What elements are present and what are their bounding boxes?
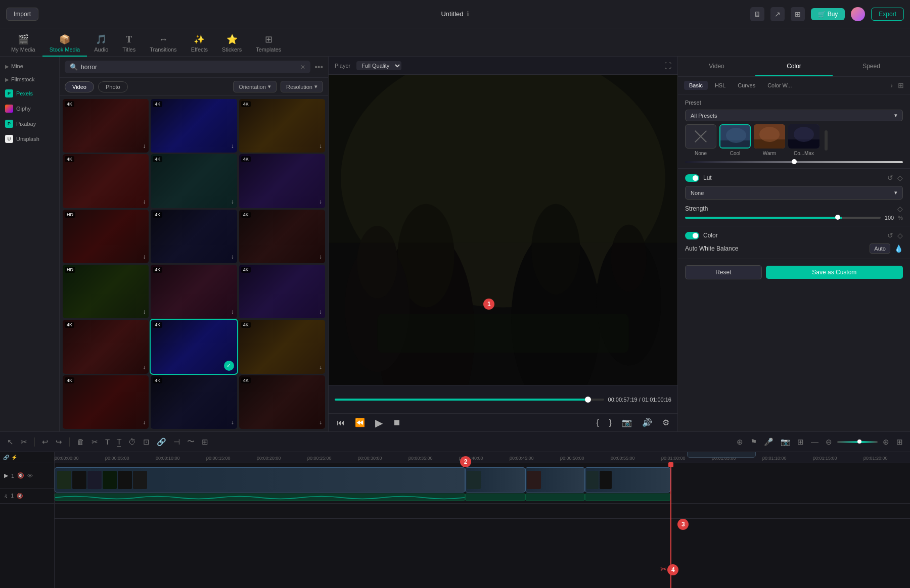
zoom-in-icon[interactable]: ⊕ — [881, 436, 891, 448]
more-tools-icon[interactable]: ⊞ — [200, 436, 210, 448]
play-button[interactable]: ▶ — [373, 415, 385, 431]
monitor-icon[interactable]: 🖥 — [750, 7, 764, 21]
media-thumb-13[interactable]: 4K✓ — [151, 320, 237, 373]
quality-select[interactable]: Full Quality Half Quality — [356, 61, 401, 70]
media-thumb-0[interactable]: 4K↓ — [63, 99, 149, 153]
filter-photo[interactable]: Photo — [98, 81, 128, 92]
track-1-hide[interactable]: 👁 — [27, 473, 33, 479]
progress-bar[interactable] — [335, 399, 604, 401]
layout-icon[interactable]: ⊞ — [894, 436, 905, 448]
media-thumb-2[interactable]: 4K↓ — [239, 99, 325, 153]
avatar[interactable] — [851, 7, 865, 21]
tab-templates[interactable]: ⊞ Templates — [249, 31, 288, 57]
video-clip-1[interactable] — [55, 467, 465, 493]
orientation-dropdown[interactable]: Orientation ▾ — [233, 81, 277, 92]
all-presets-dropdown[interactable]: All Presets ▾ — [685, 110, 903, 121]
media-thumb-10[interactable]: 4K↓ — [151, 265, 237, 318]
zoom-out-icon[interactable]: ⊖ — [824, 436, 834, 448]
tab-speed[interactable]: Speed — [833, 57, 910, 76]
mark-out-button[interactable]: } — [607, 416, 614, 429]
select-tool[interactable]: ↖ — [5, 436, 16, 448]
media-thumb-14[interactable]: 4K↓ — [239, 320, 325, 373]
split-icon[interactable]: ⊣ — [171, 436, 182, 448]
media-thumb-8[interactable]: 4K↓ — [239, 210, 325, 263]
strength-slider[interactable] — [685, 217, 881, 219]
strength-slider-thumb[interactable] — [835, 215, 840, 220]
subtab-hsl[interactable]: HSL — [710, 81, 731, 90]
remove-icon[interactable]: — — [809, 436, 821, 448]
cut-icon[interactable]: ✂ — [89, 436, 100, 448]
tab-transitions[interactable]: ↔ Transitions — [143, 31, 184, 57]
tab-stickers[interactable]: ⭐ Stickers — [215, 31, 249, 57]
clock-icon[interactable]: ⏱ — [126, 436, 138, 448]
preset-warm[interactable]: Warm — [754, 124, 785, 156]
media-thumb-5[interactable]: 4K↓ — [239, 154, 325, 208]
subtab-grid-icon[interactable]: ⊞ — [898, 81, 904, 89]
preset-comax[interactable]: Co...Max — [788, 124, 820, 156]
delete-icon[interactable]: 🗑 — [75, 436, 86, 448]
sidebar-item-mine[interactable]: ▶ Mine — [0, 61, 59, 72]
lut-reset-icon[interactable]: ↺ — [887, 174, 893, 182]
media-thumb-6[interactable]: HD↓ — [63, 210, 149, 263]
video-clip-3[interactable] — [525, 467, 585, 493]
lut-diamond-icon[interactable]: ◇ — [897, 174, 903, 182]
media-thumb-15[interactable]: 4K↓ — [63, 375, 149, 429]
text2-icon[interactable]: T̲ — [115, 436, 123, 448]
lut-dropdown[interactable]: None ▾ — [685, 186, 903, 200]
skip-back-button[interactable]: ⏮ — [335, 416, 347, 429]
track-audio-mute[interactable]: 🔇 — [17, 493, 23, 499]
media-thumb-17[interactable]: 4K↓ — [239, 375, 325, 429]
video-clip-2[interactable] — [465, 467, 525, 493]
tab-video[interactable]: Video — [678, 57, 755, 76]
marker-icon[interactable]: ⚑ — [748, 436, 759, 448]
export-button[interactable]: Export — [871, 8, 904, 21]
fullscreen-icon[interactable]: ⛶ — [664, 62, 671, 70]
tab-stock-media[interactable]: 📦 Stock Media — [42, 31, 87, 57]
tab-color[interactable]: Color — [755, 57, 833, 76]
share-icon[interactable]: ↗ — [770, 7, 785, 21]
audio-wave-icon[interactable]: 〜 — [185, 435, 197, 448]
progress-thumb[interactable] — [585, 397, 591, 403]
media-thumb-7[interactable]: 4K↓ — [151, 210, 237, 263]
preset-cool[interactable]: Cool — [719, 124, 751, 156]
tab-my-media[interactable]: 🎬 My Media — [4, 31, 42, 57]
color-diamond-icon[interactable]: ◇ — [897, 231, 903, 239]
cam-icon[interactable]: 📷 — [779, 436, 792, 448]
razor-tool[interactable]: ✂ — [19, 436, 29, 448]
search-input-wrap[interactable]: 🔍 ✕ — [65, 61, 310, 73]
add-track-icon[interactable]: ⊞ — [795, 436, 806, 448]
sidebar-item-giphy[interactable]: Giphy — [0, 102, 59, 115]
filter-video[interactable]: Video — [65, 81, 94, 92]
crop-icon[interactable]: ⊡ — [141, 436, 152, 448]
redo-icon[interactable]: ↪ — [54, 436, 64, 448]
preset-slider[interactable] — [685, 161, 903, 163]
magnet-icon[interactable]: ⚡ — [11, 455, 17, 460]
search-input[interactable] — [81, 64, 297, 71]
sidebar-item-filmstock[interactable]: ▶ Filmstock — [0, 74, 59, 85]
stop-button[interactable]: ⏹ — [391, 416, 403, 429]
media-thumb-9[interactable]: HD↓ — [63, 265, 149, 318]
subtab-basic[interactable]: Basic — [684, 81, 708, 90]
sidebar-item-pexels[interactable]: P Pexels — [0, 87, 59, 100]
media-thumb-3[interactable]: 4K↓ — [63, 154, 149, 208]
subtab-arrow-right[interactable]: › — [890, 81, 893, 89]
preset-none[interactable]: None — [685, 124, 716, 156]
settings-icon[interactable]: ⚙ — [660, 416, 671, 429]
sidebar-item-pixabay[interactable]: P Pixabay — [0, 117, 59, 130]
zoom-slider-thumb[interactable] — [857, 439, 861, 444]
snapshot-icon[interactable]: 📷 — [620, 416, 634, 429]
clear-icon[interactable]: ✕ — [300, 64, 305, 71]
subtab-colorw[interactable]: Color W... — [762, 81, 797, 90]
media-thumb-16[interactable]: 4K↓ — [151, 375, 237, 429]
mic-icon[interactable]: 🎤 — [762, 436, 776, 448]
lut-toggle[interactable] — [685, 174, 699, 182]
snap-icon[interactable]: ⊕ — [735, 436, 745, 448]
tab-titles[interactable]: T Titles — [115, 31, 143, 57]
eyedrop-icon[interactable]: 💧 — [894, 244, 903, 253]
strength-diamond-icon[interactable]: ◇ — [897, 205, 903, 213]
link-icon[interactable]: 🔗 — [3, 455, 9, 460]
more-icon[interactable]: ••• — [314, 63, 323, 72]
media-thumb-1[interactable]: 4K↓ — [151, 99, 237, 153]
undo-icon[interactable]: ↩ — [40, 436, 51, 448]
subtab-curves[interactable]: Curves — [733, 81, 760, 90]
